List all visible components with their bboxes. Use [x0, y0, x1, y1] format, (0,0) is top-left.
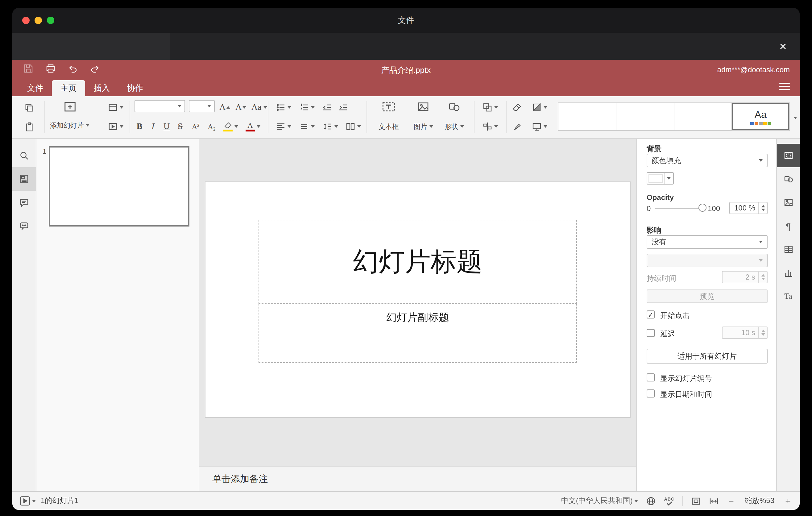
menu-icon[interactable]: [779, 81, 790, 92]
insert-image-button[interactable]: [410, 98, 437, 115]
opacity-slider-handle[interactable]: [698, 204, 706, 212]
notes-area[interactable]: 单击添加备注: [199, 466, 636, 491]
chevron-down-icon: [119, 125, 123, 128]
decrease-indent-button[interactable]: [320, 99, 335, 115]
copy-style-button[interactable]: [510, 118, 524, 135]
strikethrough-button[interactable]: S: [174, 118, 186, 135]
start-on-click-checkbox[interactable]: ✓: [647, 311, 655, 318]
table-settings-button[interactable]: [777, 238, 800, 261]
italic-button[interactable]: I: [147, 118, 159, 135]
paste-button[interactable]: [21, 118, 37, 135]
arrange-button[interactable]: [479, 99, 501, 115]
shape-settings-button[interactable]: [777, 167, 800, 191]
chart-settings-button[interactable]: [777, 261, 800, 285]
numbering-button[interactable]: [296, 99, 317, 115]
theme-item-2[interactable]: [616, 103, 674, 130]
change-case-button[interactable]: Aa: [249, 99, 269, 115]
font-name-select[interactable]: [135, 100, 185, 112]
image-settings-button[interactable]: [777, 191, 800, 214]
effect-variant-select[interactable]: [647, 254, 767, 267]
fit-width-button[interactable]: [709, 496, 719, 506]
comments-button[interactable]: [12, 191, 36, 214]
slide-thumbnail[interactable]: [49, 146, 190, 227]
fit-slide-button[interactable]: [691, 496, 701, 506]
textart-settings-button[interactable]: Ta: [777, 285, 800, 308]
vertical-align-button[interactable]: [296, 118, 317, 135]
show-date-time-checkbox[interactable]: [647, 390, 655, 398]
add-slide-button[interactable]: [60, 99, 79, 115]
set-language-button[interactable]: [646, 496, 656, 506]
tab-collaboration[interactable]: 协作: [118, 80, 152, 96]
delay-spinner[interactable]: 10 s: [722, 326, 767, 339]
paragraph-settings-button[interactable]: ¶: [777, 214, 800, 238]
superscript-button[interactable]: A²: [187, 118, 204, 135]
apply-to-all-slides-button[interactable]: 适用于所有幻灯片: [647, 349, 767, 364]
color-scheme-button[interactable]: [528, 99, 550, 115]
clear-style-button[interactable]: [510, 99, 524, 115]
bullets-button[interactable]: [273, 99, 294, 115]
theme-gallery-expand-button[interactable]: [791, 110, 800, 126]
highlight-color-button[interactable]: [221, 118, 241, 135]
redo-icon[interactable]: [90, 64, 100, 74]
effect-select[interactable]: 没有: [647, 235, 767, 249]
save-icon[interactable]: [24, 64, 33, 74]
decrease-font-button[interactable]: A: [233, 99, 248, 115]
close-icon[interactable]: ×: [775, 38, 791, 54]
start-slideshow-toolbar-button[interactable]: [105, 118, 126, 135]
start-slideshow-button[interactable]: [20, 496, 36, 506]
delay-checkbox[interactable]: [647, 329, 655, 337]
traffic-light-close[interactable]: [22, 17, 30, 24]
undo-icon[interactable]: [68, 64, 78, 74]
theme-item-1[interactable]: [558, 103, 616, 130]
align-button[interactable]: [273, 118, 294, 135]
insert-shape-label[interactable]: 形状: [438, 120, 470, 133]
traffic-light-minimize[interactable]: [34, 17, 42, 24]
zoom-out-button[interactable]: −: [727, 496, 735, 506]
spinner-down-icon[interactable]: [761, 209, 765, 211]
chevron-down-icon: [119, 106, 123, 109]
background-color-swatch[interactable]: [647, 172, 674, 184]
opacity-spinner[interactable]: 100 %: [729, 202, 767, 214]
increase-font-button[interactable]: A: [217, 99, 232, 115]
duration-spinner[interactable]: 2 s: [722, 271, 767, 283]
columns-button[interactable]: [343, 118, 363, 135]
language-select[interactable]: 中文(中华人民共和国): [561, 496, 638, 506]
spellcheck-button[interactable]: ABC: [664, 496, 674, 505]
underline-button[interactable]: U: [161, 118, 173, 135]
opacity-slider[interactable]: [655, 208, 703, 209]
copy-button[interactable]: [21, 99, 37, 115]
search-button[interactable]: [12, 144, 36, 167]
tab-home[interactable]: 主页: [52, 80, 85, 96]
preview-button[interactable]: 预览: [647, 289, 767, 303]
shape-align-button[interactable]: [479, 118, 501, 135]
subscript-button[interactable]: A₂: [204, 118, 220, 135]
theme-item-selected[interactable]: Aa: [732, 103, 789, 130]
spinner-up-icon[interactable]: [761, 205, 765, 207]
insert-image-label[interactable]: 图片: [407, 120, 439, 133]
line-spacing-button[interactable]: [320, 118, 341, 135]
font-size-select[interactable]: [189, 100, 215, 112]
tab-file[interactable]: 文件: [19, 80, 52, 96]
slide-settings-button[interactable]: [777, 144, 800, 167]
bold-button[interactable]: B: [133, 118, 146, 135]
theme-item-3[interactable]: [674, 103, 732, 130]
slide-size-button[interactable]: [528, 118, 550, 135]
insert-textbox-button[interactable]: [373, 98, 405, 115]
insert-shape-button[interactable]: [440, 98, 468, 115]
traffic-light-zoom[interactable]: [47, 17, 54, 24]
editor-window: 文件 ×: [12, 8, 800, 510]
tab-insert[interactable]: 插入: [85, 80, 118, 96]
insert-textbox-label[interactable]: 文本框: [373, 120, 405, 133]
slides-panel-button[interactable]: [12, 167, 36, 191]
background-fill-select[interactable]: 颜色填充: [647, 154, 767, 167]
slide-title-placeholder[interactable]: 幻灯片标题: [259, 220, 577, 304]
show-slide-number-checkbox[interactable]: [647, 373, 655, 381]
font-color-button[interactable]: A: [243, 118, 263, 135]
slide-subtitle-placeholder[interactable]: 幻灯片副标题: [259, 304, 577, 363]
increase-indent-button[interactable]: [336, 99, 350, 115]
add-slide-label-button[interactable]: 添加幻灯片: [45, 118, 95, 132]
zoom-in-button[interactable]: +: [784, 496, 792, 506]
slide-layout-button[interactable]: [105, 99, 126, 115]
chat-button[interactable]: [12, 214, 36, 238]
print-icon[interactable]: [46, 64, 56, 74]
